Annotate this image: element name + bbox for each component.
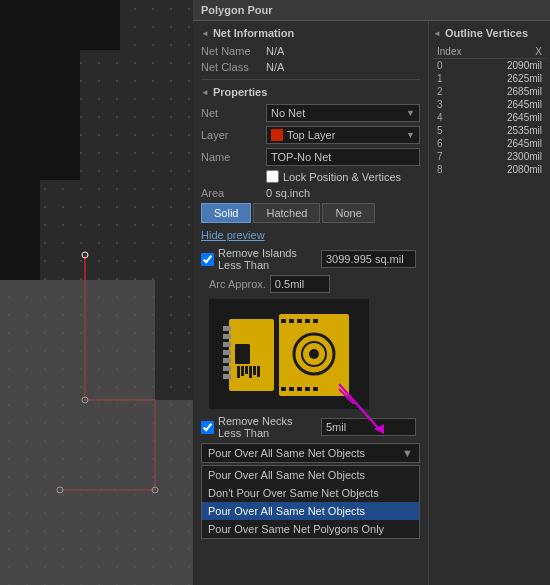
svg-rect-22 <box>305 319 310 323</box>
hatched-button[interactable]: Hatched <box>253 203 320 223</box>
arc-approx-input[interactable] <box>270 275 330 293</box>
hide-preview-link[interactable]: Hide preview <box>201 229 420 241</box>
svg-rect-30 <box>237 366 240 378</box>
pour-options-label: Pour Over All Same Net Objects <box>208 447 365 459</box>
net-name-label: Net Name <box>201 45 266 57</box>
pour-option-4[interactable]: Pour Over Same Net Polygons Only <box>202 520 419 538</box>
pour-option-3[interactable]: Pour Over All Same Net Objects <box>202 502 419 520</box>
vertex-x: 2300mil <box>482 150 546 163</box>
net-name-value: N/A <box>266 45 284 57</box>
svg-rect-31 <box>241 366 244 376</box>
svg-rect-11 <box>223 350 231 355</box>
remove-islands-checkbox[interactable] <box>201 253 214 266</box>
svg-rect-21 <box>297 319 302 323</box>
svg-rect-14 <box>223 374 231 379</box>
panel-title: Polygon Pour <box>201 4 273 16</box>
vertex-x: 2645mil <box>482 98 546 111</box>
name-field-row: Name <box>201 148 420 166</box>
area-row: Area 0 sq.inch <box>201 187 420 199</box>
vertex-index: 8 <box>433 163 482 176</box>
table-row: 32645mil <box>433 98 546 111</box>
x-header: X <box>482 45 546 59</box>
pour-options-arrow: ▼ <box>402 447 413 459</box>
svg-rect-24 <box>281 387 286 391</box>
svg-point-18 <box>309 349 319 359</box>
vertex-index: 5 <box>433 124 482 137</box>
table-row: 72300mil <box>433 150 546 163</box>
remove-necks-label: Remove Necks Less Than <box>218 415 317 439</box>
pour-option-1[interactable]: Pour Over All Same Net Objects <box>202 466 419 484</box>
svg-rect-29 <box>235 344 250 364</box>
vertices-title: Outline Vertices <box>433 27 546 39</box>
vertices-table: Index X 02090mil12625mil22685mil32645mil… <box>433 45 546 176</box>
arc-approx-row: Arc Approx. <box>209 275 420 293</box>
vertex-x: 2090mil <box>482 59 546 73</box>
svg-rect-25 <box>289 387 294 391</box>
svg-rect-32 <box>245 366 248 374</box>
canvas-shape <box>0 0 193 585</box>
vertex-x: 2080mil <box>482 163 546 176</box>
svg-rect-34 <box>253 366 256 375</box>
layer-dropdown[interactable]: Top Layer ▼ <box>266 126 420 144</box>
remove-islands-label: Remove Islands Less Than <box>218 247 317 271</box>
area-label: Area <box>201 187 266 199</box>
net-info-section-header: Net Information <box>201 27 420 39</box>
solid-button[interactable]: Solid <box>201 203 251 223</box>
vertex-index: 4 <box>433 111 482 124</box>
vertex-x: 2625mil <box>482 72 546 85</box>
vertex-index: 2 <box>433 85 482 98</box>
canvas-area <box>0 0 193 585</box>
vertex-index: 7 <box>433 150 482 163</box>
vertex-x: 2685mil <box>482 85 546 98</box>
layer-field-row: Layer Top Layer ▼ <box>201 126 420 144</box>
svg-rect-27 <box>305 387 310 391</box>
net-class-row: Net Class N/A <box>201 61 420 73</box>
svg-rect-20 <box>289 319 294 323</box>
table-row: 52535mil <box>433 124 546 137</box>
layer-dropdown-arrow: ▼ <box>406 130 415 140</box>
layer-color-box <box>271 129 283 141</box>
vertex-index: 0 <box>433 59 482 73</box>
svg-rect-23 <box>313 319 318 323</box>
remove-islands-input[interactable] <box>321 250 416 268</box>
layer-label: Layer <box>201 129 266 141</box>
pour-options-list: Pour Over All Same Net Objects Don't Pou… <box>201 465 420 539</box>
net-label: Net <box>201 107 266 119</box>
vertex-index: 3 <box>433 98 482 111</box>
fill-buttons-group: Solid Hatched None <box>201 203 420 223</box>
table-row: 22685mil <box>433 85 546 98</box>
svg-rect-26 <box>297 387 302 391</box>
name-input[interactable] <box>266 148 420 166</box>
svg-rect-28 <box>313 387 318 391</box>
table-row: 42645mil <box>433 111 546 124</box>
svg-rect-33 <box>249 366 252 378</box>
table-row: 02090mil <box>433 59 546 73</box>
net-class-label: Net Class <box>201 61 266 73</box>
properties-panel: Net Information Net Name N/A Net Class N… <box>193 21 429 585</box>
svg-marker-5 <box>0 280 193 585</box>
svg-rect-13 <box>223 366 231 371</box>
arrow-svg <box>329 379 389 439</box>
arc-approx-label: Arc Approx. <box>209 278 266 290</box>
right-panel: Polygon Pour Net Information Net Name N/… <box>193 0 550 585</box>
panel-title-bar: Polygon Pour <box>193 0 550 21</box>
net-name-row: Net Name N/A <box>201 45 420 57</box>
remove-necks-checkbox[interactable] <box>201 421 214 434</box>
area-value: 0 sq.inch <box>266 187 310 199</box>
table-row: 82080mil <box>433 163 546 176</box>
table-row: 12625mil <box>433 72 546 85</box>
net-dropdown-arrow: ▼ <box>406 108 415 118</box>
lock-label: Lock Position & Vertices <box>283 171 401 183</box>
lock-checkbox[interactable] <box>266 170 279 183</box>
svg-rect-12 <box>223 358 231 363</box>
pour-options-dropdown[interactable]: Pour Over All Same Net Objects ▼ <box>201 443 420 463</box>
none-button[interactable]: None <box>322 203 374 223</box>
vertices-panel: Outline Vertices Index X 02090mil12625mi… <box>429 21 550 585</box>
net-field-row: Net No Net ▼ <box>201 104 420 122</box>
svg-rect-19 <box>281 319 286 323</box>
pour-option-2[interactable]: Don't Pour Over Same Net Objects <box>202 484 419 502</box>
net-dropdown[interactable]: No Net ▼ <box>266 104 420 122</box>
properties-section-header: Properties <box>201 86 420 98</box>
svg-rect-8 <box>223 326 231 331</box>
vertex-index: 1 <box>433 72 482 85</box>
